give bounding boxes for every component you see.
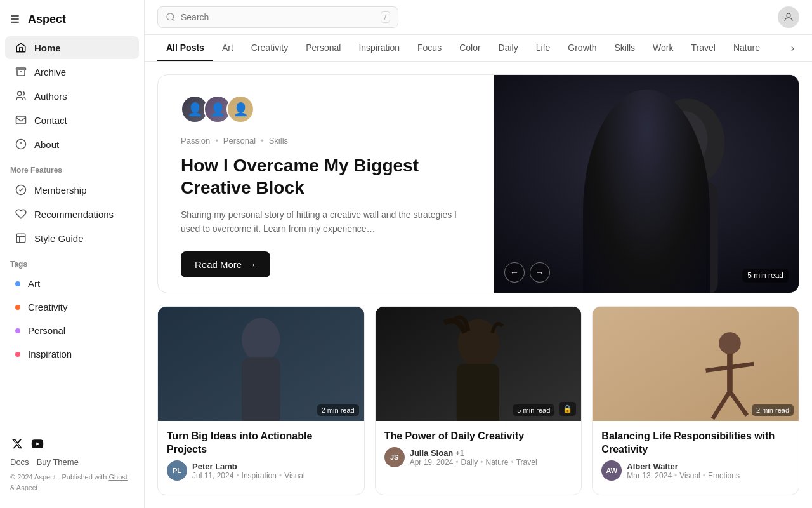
- sidebar-logo[interactable]: ☰ Aspect: [0, 8, 144, 36]
- tab-travel[interactable]: Travel: [683, 35, 724, 62]
- tab-focus[interactable]: Focus: [409, 35, 450, 62]
- svg-point-11: [167, 13, 174, 20]
- svg-point-17: [660, 111, 707, 168]
- post-3-avatar: AW: [601, 460, 622, 481]
- tab-skills[interactable]: Skills: [605, 35, 644, 62]
- main-content: / All Posts Art Creativity Personal Insp…: [145, 0, 812, 508]
- ghost-link[interactable]: Ghost: [108, 473, 127, 481]
- tags-nav: Art Creativity Personal Inspiration: [0, 272, 144, 365]
- sidebar-item-label-authors: Authors: [34, 91, 67, 102]
- post-3-read-time: 2 min read: [752, 404, 794, 416]
- featured-avatars: 👤 👤 👤: [181, 95, 471, 123]
- sidebar-item-home[interactable]: Home: [5, 36, 139, 59]
- post-2-author: Julia Sloan +1: [410, 448, 537, 458]
- search-input[interactable]: [181, 12, 376, 22]
- post-card-1[interactable]: 2 min read Turn Big Ideas into Actionabl…: [157, 306, 365, 495]
- home-icon: [15, 42, 27, 53]
- svg-rect-21: [242, 358, 280, 422]
- creativity-dot: [15, 305, 20, 310]
- post-1-avatar: PL: [167, 460, 187, 481]
- featured-next-button[interactable]: →: [530, 262, 550, 283]
- tab-growth[interactable]: Growth: [559, 35, 605, 62]
- tag-item-personal[interactable]: Personal: [5, 319, 139, 342]
- inspiration-dot: [15, 352, 20, 357]
- membership-icon: [15, 184, 27, 196]
- post-1-author: Peter Lamb: [192, 462, 305, 471]
- tab-work[interactable]: Work: [644, 35, 682, 62]
- tag-label-inspiration: Inspiration: [28, 349, 72, 359]
- user-icon: [783, 11, 794, 23]
- tab-daily[interactable]: Daily: [490, 35, 527, 62]
- sidebar-item-archive[interactable]: Archive: [5, 60, 139, 83]
- featured-tag-0: Passion: [181, 136, 210, 145]
- featured-description: Sharing my personal story of hitting a c…: [181, 208, 471, 236]
- tab-creativity[interactable]: Creativity: [242, 35, 297, 62]
- tab-inspiration[interactable]: Inspiration: [350, 35, 409, 62]
- sidebar-item-about[interactable]: About: [5, 133, 139, 156]
- post-card-3[interactable]: 2 min read Balancing Life Responsibiliti…: [592, 306, 799, 495]
- sidebar-footer: Docs Buy Theme © 2024 Aspect - Published…: [0, 429, 144, 500]
- featured-prev-button[interactable]: ←: [504, 262, 525, 283]
- tab-nature[interactable]: Nature: [724, 35, 769, 62]
- aspect-link[interactable]: Aspect: [16, 484, 38, 491]
- read-more-button[interactable]: Read More →: [181, 251, 270, 277]
- post-card-image-1: 2 min read: [158, 307, 364, 421]
- featured-tag-1: Personal: [223, 136, 256, 145]
- sidebar-item-recommendations[interactable]: Recommendations: [5, 203, 139, 225]
- post-card-image-2: 5 min read 🔒: [376, 307, 582, 421]
- post-card-body-3: Balancing Life Responsibilities with Cre…: [593, 421, 799, 495]
- search-icon: [166, 12, 176, 22]
- tag-item-art[interactable]: Art: [5, 272, 139, 295]
- sidebar-item-label-archive: Archive: [34, 67, 66, 77]
- app-name: Aspect: [28, 13, 66, 26]
- sidebar-item-label-style-guide: Style Guide: [34, 233, 84, 244]
- post-2-avatar: JS: [384, 447, 405, 467]
- svg-rect-26: [593, 307, 799, 421]
- authors-icon: [15, 90, 27, 102]
- tag-label-art: Art: [28, 278, 40, 289]
- sidebar-item-label-home: Home: [34, 43, 61, 53]
- archive-icon: [15, 66, 27, 77]
- post-2-title: The Power of Daily Creativity: [384, 430, 573, 443]
- tab-all-posts[interactable]: All Posts: [157, 35, 213, 62]
- tab-life[interactable]: Life: [527, 35, 560, 62]
- tag-item-inspiration[interactable]: Inspiration: [5, 343, 139, 365]
- menu-icon[interactable]: ☰: [10, 13, 19, 25]
- sidebar-item-contact[interactable]: Contact: [5, 109, 139, 131]
- svg-rect-16: [657, 180, 718, 293]
- about-icon: [15, 138, 27, 150]
- featured-image: [494, 75, 799, 293]
- tag-item-creativity[interactable]: Creativity: [5, 296, 139, 318]
- search-box[interactable]: /: [157, 6, 398, 28]
- featured-title: How I Overcame My Biggest Creative Block: [181, 154, 471, 199]
- post-card-body-2: The Power of Daily Creativity JS Julia S…: [376, 421, 582, 481]
- sidebar-item-label-recommendations: Recommendations: [34, 209, 114, 220]
- svg-line-12: [173, 19, 174, 21]
- sidebar-item-authors[interactable]: Authors: [5, 84, 139, 107]
- youtube-icon[interactable]: [30, 437, 44, 451]
- tabs-scroll-arrow[interactable]: ›: [786, 37, 799, 59]
- svg-rect-24: [456, 364, 499, 421]
- post-card-image-3: 2 min read: [593, 307, 799, 421]
- sidebar-item-membership[interactable]: Membership: [5, 178, 139, 201]
- post-1-author-row: PL Peter Lamb Jul 11, 2024 • Inspiration…: [167, 460, 355, 481]
- tab-color[interactable]: Color: [450, 35, 489, 62]
- tab-personal[interactable]: Personal: [297, 35, 350, 62]
- svg-point-1: [18, 91, 22, 95]
- post-2-read-time: 5 min read: [513, 404, 554, 416]
- sidebar-item-style-guide[interactable]: Style Guide: [5, 227, 139, 250]
- post-1-title: Turn Big Ideas into Actionable Projects: [167, 430, 355, 457]
- twitter-icon[interactable]: [10, 437, 24, 451]
- featured-tags: Passion • Personal • Skills: [181, 136, 471, 145]
- svg-rect-14: [494, 75, 799, 293]
- docs-link[interactable]: Docs: [10, 457, 29, 467]
- post-card-2[interactable]: 5 min read 🔒 The Power of Daily Creativi…: [375, 306, 582, 495]
- art-dot: [15, 281, 20, 286]
- style-guide-icon: [15, 232, 27, 244]
- post-1-read-time: 2 min read: [317, 404, 359, 416]
- post-3-meta: Mar 13, 2024 • Visual • Emotions: [627, 471, 740, 480]
- tab-art[interactable]: Art: [213, 35, 242, 62]
- buy-theme-link[interactable]: Buy Theme: [37, 457, 79, 467]
- user-avatar-button[interactable]: [778, 6, 799, 28]
- tag-label-creativity: Creativity: [28, 302, 68, 312]
